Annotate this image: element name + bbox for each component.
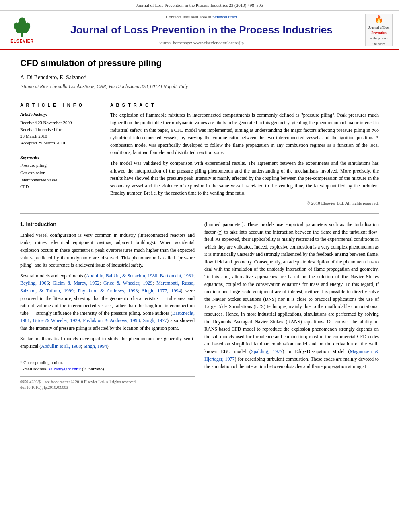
ref-abdullin2[interactable]: Abdullin et al., 1988 bbox=[41, 343, 81, 349]
svg-point-4 bbox=[14, 23, 19, 30]
article-info-col: A R T I C L E I N F O Article history: R… bbox=[20, 102, 101, 207]
abstract-heading: A B S T R A C T bbox=[110, 102, 379, 109]
article-history-label: Article history: bbox=[20, 111, 101, 118]
ref-singh3[interactable]: Singh, 1994 bbox=[84, 343, 107, 349]
article-info-heading: A R T I C L E I N F O bbox=[20, 102, 101, 109]
article-info-abstract: A R T I C L E I N F O Article history: R… bbox=[20, 102, 379, 207]
intro-text-right: (lumped parameter). These models use emp… bbox=[204, 221, 379, 370]
journal-logo-box: 🔥 Journal of Loss Prevention in the proc… bbox=[365, 14, 393, 46]
copyright-line: © 2010 Elsevier Ltd. All rights reserved… bbox=[110, 200, 379, 207]
intro-col-left: 1. Introduction Linked vessel configurat… bbox=[20, 221, 195, 391]
main-content: CFD simulation of pressure piling A. Di … bbox=[0, 50, 399, 399]
intro-text-left: Linked vessel configuration is very comm… bbox=[20, 232, 195, 350]
body-divider bbox=[20, 213, 379, 214]
keywords-list: Pressure piling Gas explosion Interconne… bbox=[20, 162, 101, 190]
journal-header: ELSEVIER Contents lists available at Sci… bbox=[0, 11, 399, 50]
elsevier-logo: ELSEVIER bbox=[10, 16, 34, 45]
journal-citation: Journal of Loss Prevention in the Proces… bbox=[0, 0, 399, 11]
svg-point-5 bbox=[25, 23, 30, 30]
journal-logo-area: 🔥 Journal of Loss Prevention in the proc… bbox=[363, 14, 395, 46]
elsevier-logo-area: ELSEVIER bbox=[4, 14, 40, 46]
sciencedirect-link: Contents lists available at ScienceDirec… bbox=[44, 14, 359, 21]
ref-abdullin[interactable]: Abdullin, Babkin, & Senachin, 1988 bbox=[86, 273, 157, 279]
ref-gleim[interactable]: Gleim & Marcy, 1952 bbox=[53, 280, 99, 286]
ref-singh2[interactable]: Singh, 1977 bbox=[143, 318, 167, 323]
abstract-col: A B S T R A C T The explosion of flammab… bbox=[110, 102, 379, 207]
sciencedirect-anchor[interactable]: ScienceDirect bbox=[212, 14, 237, 19]
flame-icon: 🔥 bbox=[374, 14, 383, 25]
body-section: 1. Introduction Linked vessel configurat… bbox=[20, 221, 379, 391]
journal-title: Journal of Loss Prevention in the Proces… bbox=[44, 24, 359, 36]
ref-magnussen[interactable]: Magnussen & Hjertager, 1977 bbox=[204, 349, 379, 362]
intro-heading: 1. Introduction bbox=[20, 221, 195, 228]
abstract-body: The explosion of flammable mixtures in i… bbox=[110, 111, 379, 197]
article-title: CFD simulation of pressure piling bbox=[20, 57, 379, 70]
journal-homepage: journal homepage: www.elsevier.com/locat… bbox=[44, 40, 359, 46]
email-link[interactable]: salzano@irc.cnr.it bbox=[49, 366, 81, 371]
affiliation: Istituto di Ricerche sulla Combustione, … bbox=[20, 83, 379, 90]
ref-spalding[interactable]: Spalding, 1977 bbox=[251, 349, 282, 354]
authors: A. Di Benedetto, E. Salzano* bbox=[20, 74, 379, 82]
journal-title-area: Contents lists available at ScienceDirec… bbox=[44, 14, 359, 46]
ref-grice2[interactable]: Grice & Wheeler, 1929 bbox=[33, 318, 80, 323]
author-names: A. Di Benedetto, E. Salzano* bbox=[20, 74, 86, 80]
ref-singh[interactable]: Singh, 1977, 1994 bbox=[142, 288, 181, 294]
corresponding-author-note: * Corresponding author. bbox=[20, 359, 195, 366]
svg-point-6 bbox=[19, 18, 26, 27]
intro-col-right: (lumped parameter). These models use emp… bbox=[204, 221, 379, 391]
keywords-divider bbox=[20, 150, 101, 150]
journal-citation-text: Journal of Loss Prevention in the Proces… bbox=[136, 3, 263, 8]
ref-phylaktou2[interactable]: Phylaktou & Andrews, 1993 bbox=[83, 318, 140, 323]
keywords-label: Keywords: bbox=[20, 154, 101, 161]
divider bbox=[20, 97, 379, 97]
email-line: E-mail address: salzano@irc.cnr.it (E. S… bbox=[20, 366, 195, 372]
ref-bartknecht[interactable]: Bartknecht, 1981 bbox=[160, 273, 193, 279]
elsevier-tree-icon bbox=[10, 16, 34, 38]
bottom-bar: 0950-4230/$ – see front matter © 2010 El… bbox=[20, 376, 195, 391]
elsevier-label-text: ELSEVIER bbox=[10, 39, 33, 45]
footnote-area: * Corresponding author. E-mail address: … bbox=[20, 357, 195, 372]
article-dates: Received 23 November 2009 Received in re… bbox=[20, 119, 101, 146]
ref-grice[interactable]: Grice & Wheeler, 1929 bbox=[103, 280, 152, 286]
ref-phylaktou[interactable]: Phylaktou & Andrews, 1993 bbox=[78, 288, 138, 294]
ref-beyling[interactable]: Beyling, 1906 bbox=[20, 280, 49, 286]
